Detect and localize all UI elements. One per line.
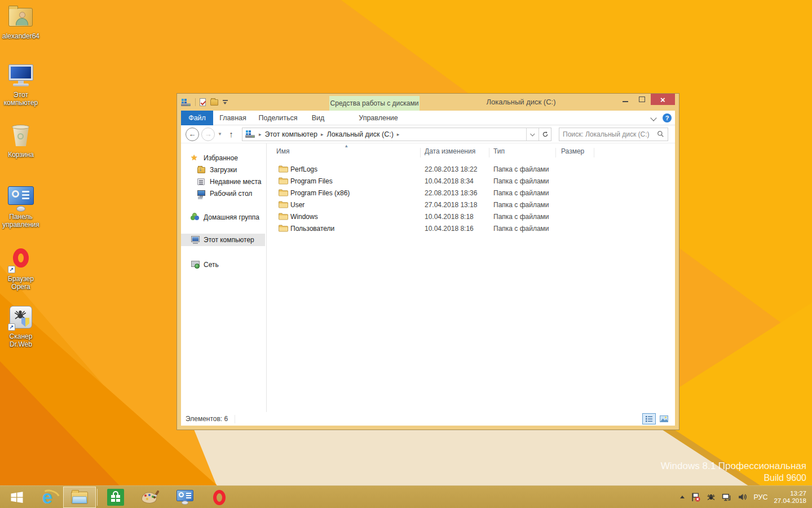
details-view-button[interactable] [642, 413, 656, 424]
sidebar-item-this-pc[interactable]: Этот компьютер [181, 234, 265, 246]
file-row-user[interactable]: User 27.04.2018 13:18 Папка с файлами [267, 199, 675, 211]
column-header-name[interactable]: Имя [276, 147, 289, 155]
recent-places-icon [197, 177, 206, 186]
taskbar-control-panel[interactable] [171, 486, 198, 508]
column-divider[interactable] [594, 148, 594, 157]
desktop-icon-opera[interactable]: ↗ Браузер Opera [1, 247, 41, 291]
forward-button[interactable]: → [201, 128, 215, 141]
desktop-icon-label: Сканер Dr.Web [1, 332, 41, 348]
clock[interactable]: 13:27 27.04.2018 [774, 490, 806, 505]
network-tray-icon[interactable] [722, 492, 731, 502]
close-button[interactable] [651, 94, 675, 105]
taskbar-opera[interactable] [206, 486, 232, 508]
shortcut-arrow-icon: ↗ [8, 266, 15, 273]
column-headers: Имя Дата изменения Тип Размер [267, 146, 675, 158]
drweb-tray-icon[interactable] [707, 493, 716, 502]
items-count: Элементов: 6 [186, 415, 228, 423]
opera-icon: ↗ [7, 247, 35, 274]
breadcrumb-this-pc[interactable]: Этот компьютер [265, 130, 317, 138]
history-dropdown-icon[interactable]: ▼ [216, 132, 224, 137]
action-center-flag-icon[interactable] [691, 492, 700, 502]
properties-icon[interactable] [200, 98, 206, 106]
desktop-icon-recycle-bin[interactable]: Корзина [1, 123, 41, 159]
address-dropdown-button[interactable] [526, 128, 539, 141]
navigation-pane: Избранное ↓ Загрузки Недавние места Рабо… [181, 143, 267, 412]
paint-icon [142, 491, 158, 504]
tab-home[interactable]: Главная [216, 111, 250, 125]
language-indicator[interactable]: РУС [753, 493, 767, 501]
tab-view[interactable]: Вид [306, 111, 330, 125]
search-input[interactable] [563, 130, 657, 138]
file-row-perflogs[interactable]: PerfLogs 22.08.2013 18:22 Папка с файлам… [267, 164, 675, 176]
file-list: ▴ Имя Дата изменения Тип Размер PerfLogs [267, 143, 675, 412]
folder-icon [279, 177, 288, 186]
maximize-button[interactable] [634, 94, 649, 105]
column-divider[interactable] [489, 148, 489, 157]
back-button[interactable]: ← [186, 128, 199, 141]
folder-icon [279, 165, 288, 174]
customize-quick-access-icon[interactable] [223, 99, 228, 105]
column-header-size[interactable]: Размер [561, 147, 584, 155]
watermark-edition: Windows 8.1 Профессиональная [661, 461, 806, 472]
sidebar-item-favorites[interactable]: Избранное [181, 152, 265, 164]
breadcrumb-local-disk-c[interactable]: Локальный диск (C:) [327, 130, 394, 138]
column-divider[interactable] [420, 148, 421, 157]
volume-tray-icon[interactable] [738, 492, 747, 502]
sidebar-item-network[interactable]: Сеть [181, 259, 265, 270]
desktop-icon-alexander64[interactable]: alexander64 [1, 5, 41, 40]
sidebar-item-desktop[interactable]: Рабочий стол [181, 188, 265, 199]
refresh-button[interactable] [539, 128, 551, 141]
sidebar-item-homegroup[interactable]: Домашняя группа [181, 212, 265, 223]
title-bar[interactable]: Средства работы с дисками Локальный диск… [177, 94, 679, 111]
shortcut-arrow-icon: ↗ [8, 323, 15, 331]
minimize-button[interactable] [618, 94, 633, 105]
column-header-type[interactable]: Тип [493, 147, 505, 155]
file-row-windows[interactable]: Windows 10.04.2018 8:18 Папка с файлами [267, 211, 675, 223]
new-folder-icon[interactable] [210, 98, 219, 107]
sidebar-item-downloads[interactable]: ↓ Загрузки [181, 164, 265, 176]
search-box[interactable] [559, 128, 668, 141]
taskbar-file-explorer-active[interactable] [63, 487, 96, 508]
desktop-icon-control-panel[interactable]: Панель управления [1, 185, 41, 229]
up-button[interactable]: ↑ [225, 129, 237, 139]
taskbar-windows-store[interactable] [103, 486, 129, 508]
file-explorer-icon [70, 491, 89, 505]
system-tray: РУС 13:27 27.04.2018 [680, 486, 812, 508]
breadcrumb-chevron-icon[interactable]: ▸ [394, 132, 403, 137]
folder-icon [279, 225, 288, 234]
clock-date: 27.04.2018 [774, 497, 806, 505]
show-hidden-icons-button[interactable] [680, 496, 685, 498]
control-panel-icon [176, 490, 193, 505]
taskbar-internet-explorer[interactable]: e [35, 486, 60, 508]
quick-access-toolbar [181, 98, 228, 107]
taskbar-paint[interactable] [136, 486, 164, 508]
clock-time: 13:27 [774, 490, 806, 497]
star-icon [191, 154, 200, 163]
desktop-icon-drweb[interactable]: ↗ Сканер Dr.Web [1, 305, 41, 348]
details-view-icon [645, 415, 653, 422]
start-button[interactable] [3, 486, 30, 508]
file-row-program-files[interactable]: Program Files 10.04.2018 8:34 Папка с фа… [267, 176, 675, 187]
file-row-program-files-x86[interactable]: Program Files (x86) 22.08.2013 18:36 Пап… [267, 187, 675, 199]
contextual-tab-header: Средства работы с дисками [329, 96, 420, 111]
column-divider[interactable] [555, 148, 556, 157]
thumbnails-view-button[interactable] [657, 413, 670, 424]
help-icon[interactable]: ? [663, 113, 672, 122]
sidebar-item-recent-places[interactable]: Недавние места [181, 176, 265, 187]
column-header-date[interactable]: Дата изменения [425, 147, 475, 155]
breadcrumb-chevron-icon[interactable]: ▸ [317, 132, 327, 137]
tab-manage[interactable]: Управление [333, 111, 423, 125]
collapse-ribbon-icon[interactable] [650, 115, 656, 121]
separator [195, 98, 196, 106]
desktop-icon-this-pc[interactable]: Этот компьютер [1, 63, 41, 107]
taskbar: e [0, 485, 812, 508]
tab-share[interactable]: Поделиться [257, 111, 299, 125]
homegroup-icon [191, 213, 200, 222]
tab-file[interactable]: Файл [181, 111, 213, 125]
drive-icon [245, 130, 255, 138]
drive-icon [181, 99, 191, 106]
address-bar[interactable]: ▸ Этот компьютер ▸ Локальный диск (C:) ▸ [242, 128, 551, 141]
file-row-users[interactable]: Пользователи 10.04.2018 8:16 Папка с фай… [267, 223, 675, 235]
windows-watermark: Windows 8.1 Профессиональная Build 9600 [661, 461, 806, 484]
search-icon[interactable] [657, 130, 664, 138]
